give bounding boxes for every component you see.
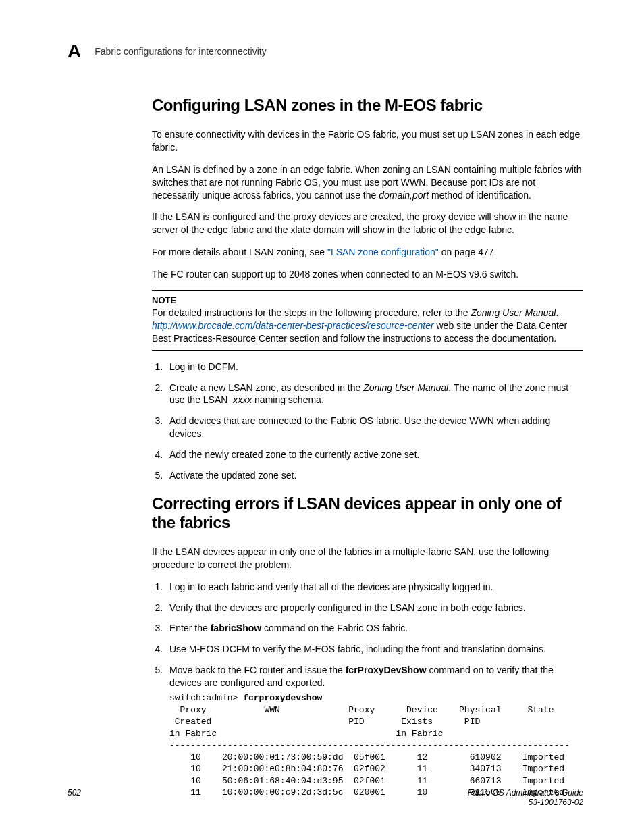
procedure-list: Log in to each fabric and verify that al…	[152, 581, 583, 799]
appendix-letter: A	[68, 41, 81, 62]
procedure-list: Log in to DCFM. Create a new LSAN zone, …	[152, 361, 583, 482]
list-item: Enter the fabricShow command on the Fabr…	[165, 622, 583, 635]
paragraph: To ensure connectivity with devices in t…	[152, 128, 583, 154]
list-item: Add the newly created zone to the curren…	[165, 448, 583, 461]
list-item: Move back to the FC router and issue the…	[165, 664, 583, 799]
paragraph: For more details about LSAN zoning, see …	[152, 246, 583, 259]
page-header: A Fabric configurations for interconnect…	[68, 41, 583, 62]
paragraph: If the LSAN is configured and the proxy …	[152, 211, 583, 236]
note-title: NOTE	[152, 295, 583, 305]
note-body: For detailed instructions for the steps …	[152, 307, 583, 345]
list-item: Verify that the devices are properly con…	[165, 602, 583, 615]
list-item: Log in to DCFM.	[165, 361, 583, 373]
code-output: switch:admin> fcrproxydevshow Proxy WWN …	[169, 692, 583, 799]
note-block: NOTE For detailed instructions for the s…	[152, 290, 583, 351]
list-item: Use M-EOS DCFM to verify the M-EOS fabri…	[165, 643, 583, 656]
paragraph: The FC router can support up to 2048 zon…	[152, 268, 583, 281]
section-title-correcting: Correcting errors if LSAN devices appear…	[152, 494, 583, 532]
page-footer: 502 Fabric OS Administrator's Guide 53-1…	[68, 788, 583, 807]
paragraph: If the LSAN devices appear in only one o…	[152, 546, 583, 571]
list-item: Create a new LSAN zone, as described in …	[165, 382, 583, 407]
paragraph: An LSAN is defined by a zone in an edge …	[152, 163, 583, 202]
list-item: Add devices that are connected to the Fa…	[165, 415, 583, 440]
link-brocade-url[interactable]: http://www.brocade.com/data-center-best-…	[152, 320, 434, 331]
breadcrumb: Fabric configurations for interconnectiv…	[95, 46, 266, 57]
list-item: Log in to each fabric and verify that al…	[165, 581, 583, 594]
link-lsan-zone-config[interactable]: "LSAN zone configuration"	[327, 246, 439, 257]
list-item: Activate the updated zone set.	[165, 469, 583, 482]
doc-title: Fabric OS Administrator's Guide	[468, 788, 583, 798]
page-number: 502	[68, 788, 81, 807]
doc-number: 53-1001763-02	[468, 798, 583, 807]
section-title-configuring: Configuring LSAN zones in the M-EOS fabr…	[152, 96, 583, 115]
